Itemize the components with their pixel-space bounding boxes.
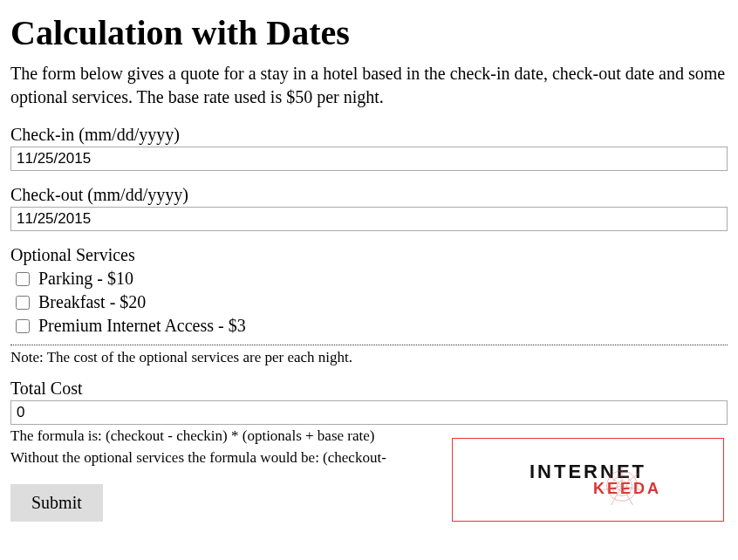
intro-text: The form below gives a quote for a stay … <box>10 62 728 109</box>
list-item: Parking - $10 <box>16 269 728 289</box>
breakfast-label: Breakfast - $20 <box>38 292 146 312</box>
breakfast-checkbox[interactable] <box>16 296 30 310</box>
checkin-label: Check-in (mm/dd/yyyy) <box>10 125 728 145</box>
parking-checkbox[interactable] <box>16 272 30 286</box>
optional-heading: Optional Services <box>10 245 728 265</box>
page-title: Calculation with Dates <box>10 12 728 53</box>
list-item: Premium Internet Access - $3 <box>16 316 728 336</box>
checkout-input[interactable] <box>10 207 728 231</box>
total-label: Total Cost <box>10 379 728 399</box>
optional-services: Optional Services Parking - $10 Breakfas… <box>10 245 728 336</box>
parking-label: Parking - $10 <box>38 269 133 289</box>
internet-checkbox[interactable] <box>16 319 30 333</box>
list-item: Breakfast - $20 <box>16 292 728 312</box>
checkin-input[interactable] <box>10 147 728 171</box>
submit-button[interactable]: Submit <box>10 484 103 522</box>
watermark: INTERNET KEEDA <box>452 438 724 522</box>
internet-label: Premium Internet Access - $3 <box>38 316 246 336</box>
checkout-group: Check-out (mm/dd/yyyy) <box>10 185 728 231</box>
svg-line-6 <box>605 473 622 485</box>
divider <box>10 345 728 345</box>
note-text: Note: The cost of the optional services … <box>10 349 728 366</box>
total-group: Total Cost <box>10 379 728 425</box>
checkout-label: Check-out (mm/dd/yyyy) <box>10 185 728 205</box>
spiderweb-icon <box>601 465 643 507</box>
checkin-group: Check-in (mm/dd/yyyy) <box>10 125 728 171</box>
total-input[interactable] <box>10 400 728 425</box>
svg-line-1 <box>622 473 639 485</box>
